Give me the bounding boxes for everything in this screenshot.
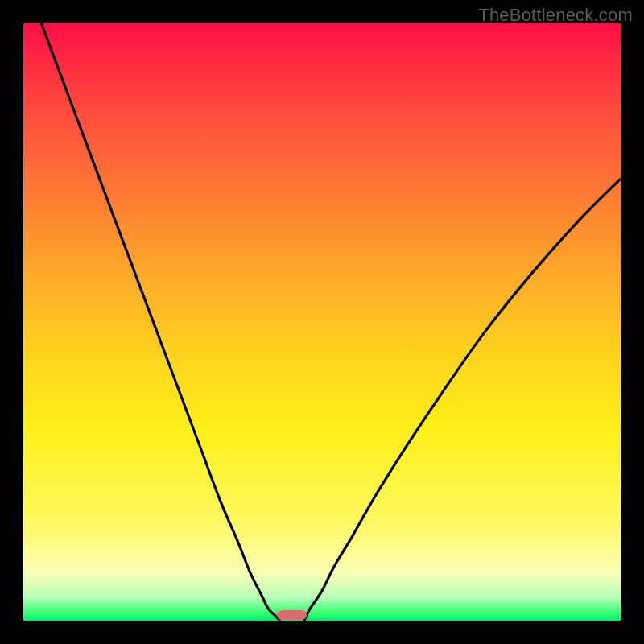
curve-left-branch xyxy=(41,23,280,621)
optimal-range-marker xyxy=(277,610,307,620)
curve-right-branch xyxy=(304,179,621,621)
bottleneck-curve xyxy=(23,23,621,621)
chart-plot-area xyxy=(23,23,621,621)
